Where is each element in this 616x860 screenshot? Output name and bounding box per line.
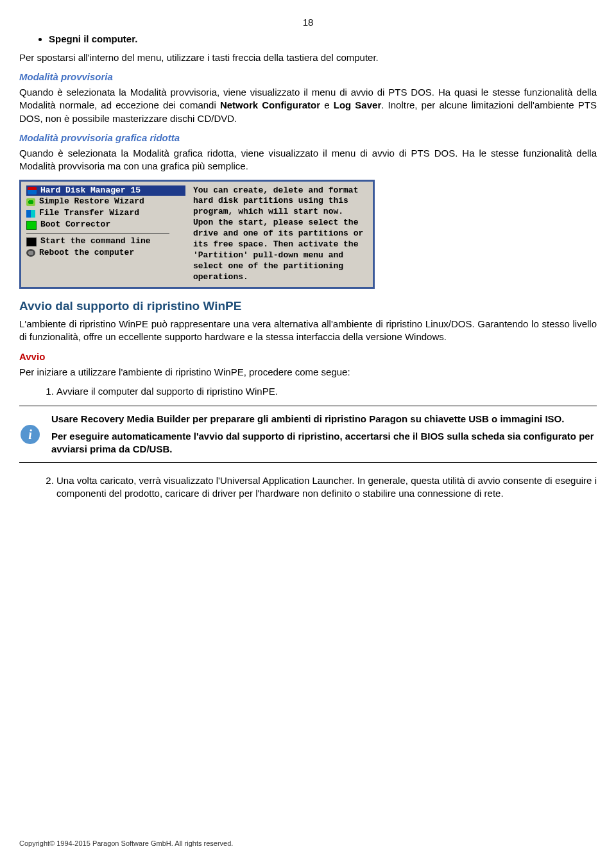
text-bold: Network Configurator bbox=[220, 99, 320, 110]
dos-menu-item: Reboot the computer bbox=[26, 248, 185, 259]
list-item: Una volta caricato, verrà visualizzato l… bbox=[56, 474, 597, 501]
dos-menu-item: File Transfer Wizard bbox=[26, 208, 185, 219]
heading-winpe: Avvio dal supporto di ripristino WinPE bbox=[19, 298, 597, 314]
menu-label: Start the command line bbox=[40, 236, 151, 247]
menu-label: File Transfer Wizard bbox=[39, 208, 139, 219]
footer-copyright: Copyright© 1994-2015 Paragon Software Gm… bbox=[19, 839, 233, 848]
menu-label: Reboot the computer bbox=[39, 248, 134, 259]
menu-label: Hard Disk Manager 15 bbox=[40, 185, 141, 196]
menu-label: Boot Corrector bbox=[40, 219, 110, 230]
body-text: L'ambiente di ripristino WinPE può rappr… bbox=[19, 318, 597, 344]
note-paragraph: Usare Recovery Media Builder per prepara… bbox=[51, 413, 594, 426]
heading-provvisoria: Modalità provvisoria bbox=[19, 71, 597, 83]
dos-menu-left: Hard Disk Manager 15 Simple Restore Wiza… bbox=[22, 183, 189, 286]
menu-label: Simple Restore Wizard bbox=[39, 196, 144, 207]
separator bbox=[26, 233, 169, 234]
dos-menu-item-selected: Hard Disk Manager 15 bbox=[26, 185, 185, 196]
dos-menu-item: Boot Corrector bbox=[26, 219, 185, 230]
dos-menu-item: Start the command line bbox=[26, 236, 185, 247]
cmd-icon bbox=[26, 237, 37, 246]
text: e bbox=[320, 99, 334, 110]
note-box: i Usare Recovery Media Builder per prepa… bbox=[19, 406, 597, 463]
info-icon: i bbox=[21, 425, 40, 444]
numbered-list: Una volta caricato, verrà visualizzato l… bbox=[19, 474, 597, 501]
list-item: Avviare il computer dal supporto di ripr… bbox=[56, 385, 597, 398]
reboot-icon bbox=[26, 249, 35, 257]
dos-menu-screenshot: Hard Disk Manager 15 Simple Restore Wiza… bbox=[19, 180, 375, 289]
body-text: Quando è selezionata la Modalità provvis… bbox=[19, 86, 597, 125]
note-paragraph: Per eseguire automaticamente l'avvio dal… bbox=[51, 430, 594, 456]
text-bold: Log Saver bbox=[334, 99, 382, 110]
heading-avvio: Avvio bbox=[19, 350, 597, 363]
restore-icon bbox=[26, 198, 35, 206]
dos-menu-item: Simple Restore Wizard bbox=[26, 196, 185, 207]
disk-icon bbox=[28, 187, 37, 194]
dos-description: You can create, delete and format hard d… bbox=[189, 183, 372, 286]
bullet-item: Spegni il computer. bbox=[49, 33, 597, 46]
heading-ridotta: Modalità provvisoria grafica ridotta bbox=[19, 132, 597, 144]
page-number: 18 bbox=[19, 16, 597, 29]
note-text: Usare Recovery Media Builder per prepara… bbox=[51, 413, 594, 456]
file-icon bbox=[26, 210, 35, 218]
body-text: Quando è selezionata la Modalità grafica… bbox=[19, 147, 597, 173]
numbered-list: Avviare il computer dal supporto di ripr… bbox=[19, 385, 597, 398]
body-text: Per spostarsi all'interno del menu, util… bbox=[19, 51, 597, 64]
body-text: Per iniziare a utilizzare l'ambiente di … bbox=[19, 366, 597, 379]
bullet-list: Spegni il computer. bbox=[19, 33, 597, 46]
boot-icon bbox=[26, 221, 37, 230]
